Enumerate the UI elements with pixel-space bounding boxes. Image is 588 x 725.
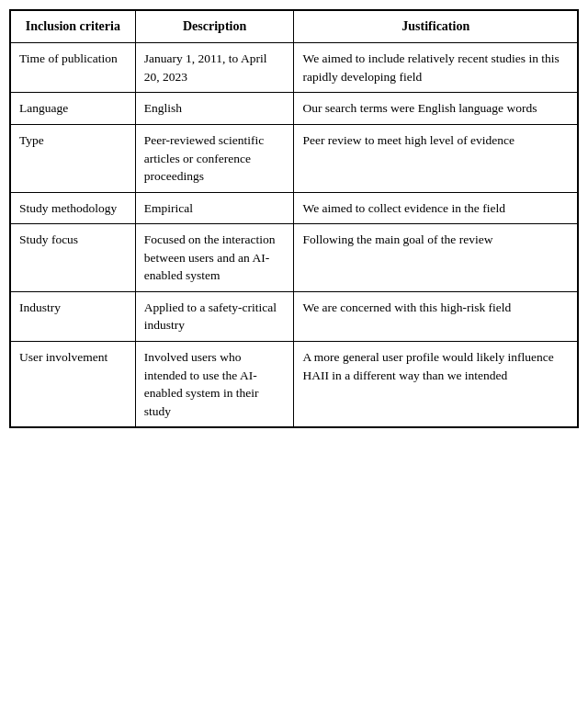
cell-criteria: Study focus (11, 224, 136, 292)
cell-description: Involved users who intended to use the A… (135, 342, 294, 427)
cell-justification: We are concerned with this high-risk fie… (294, 291, 578, 341)
cell-criteria: Study methodology (11, 192, 136, 224)
table-header-row: Inclusion criteria Description Justifica… (11, 11, 578, 43)
cell-description: January 1, 2011, to April 20, 2023 (135, 43, 294, 93)
cell-description: Focused on the interaction between users… (135, 224, 294, 292)
cell-description: Empirical (135, 192, 294, 224)
cell-justification: Following the main goal of the review (294, 224, 578, 292)
cell-justification: We aimed to include relatively recent st… (294, 43, 578, 93)
header-description: Description (135, 11, 294, 43)
cell-criteria: User involvement (11, 342, 136, 427)
inclusion-criteria-table: Inclusion criteria Description Justifica… (9, 9, 579, 428)
header-criteria: Inclusion criteria (11, 11, 136, 43)
table-row: IndustryApplied to a safety-critical ind… (11, 291, 578, 341)
cell-justification: We aimed to collect evidence in the fiel… (294, 192, 578, 224)
cell-criteria: Type (11, 124, 136, 192)
cell-criteria: Language (11, 93, 136, 125)
cell-justification: Peer review to meet high level of eviden… (294, 124, 578, 192)
table-row: Study methodologyEmpiricalWe aimed to co… (11, 192, 578, 224)
cell-justification: Our search terms were English language w… (294, 93, 578, 125)
cell-description: Peer-reviewed scientific articles or con… (135, 124, 294, 192)
table-row: Time of publicationJanuary 1, 2011, to A… (11, 43, 578, 93)
header-justification: Justification (294, 11, 578, 43)
cell-criteria: Industry (11, 291, 136, 341)
table-row: Study focusFocused on the interaction be… (11, 224, 578, 292)
cell-description: Applied to a safety-critical industry (135, 291, 294, 341)
cell-description: English (135, 93, 294, 125)
table-row: LanguageEnglishOur search terms were Eng… (11, 93, 578, 125)
table-row: User involvementInvolved users who inten… (11, 342, 578, 427)
table-row: TypePeer-reviewed scientific articles or… (11, 124, 578, 192)
cell-justification: A more general user profile would likely… (294, 342, 578, 427)
cell-criteria: Time of publication (11, 43, 136, 93)
